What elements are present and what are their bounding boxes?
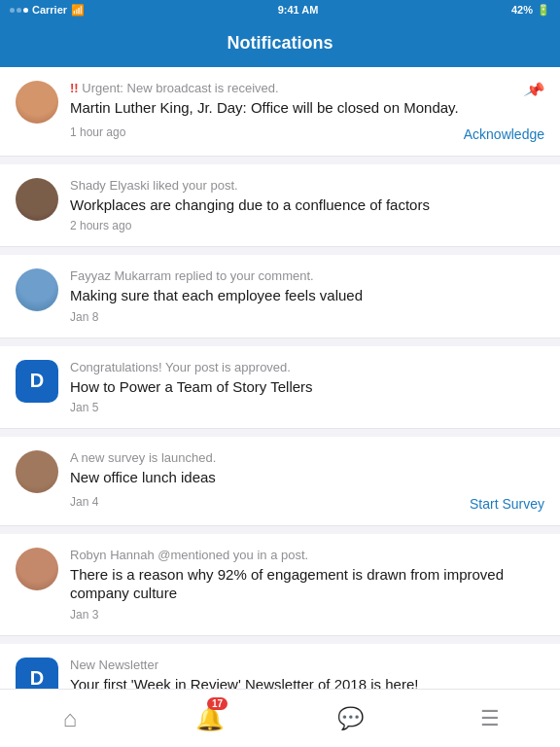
notification-subtitle-3: Fayyaz Mukarram replied to your comment. (70, 268, 544, 283)
bottom-row-1: 1 hour ago Acknowledge (70, 123, 544, 142)
notifications-list[interactable]: !! Urgent: New broadcast is received. Ma… (0, 67, 560, 689)
signal-dots (10, 8, 28, 13)
status-right: 42% 🔋 (511, 4, 550, 17)
notification-title-7: Your first 'Week in Review' Newsletter o… (70, 675, 544, 690)
notification-subtitle-4: Congratulations! Your post is approved. (70, 360, 544, 374)
notification-item-urgent: !! Urgent: New broadcast is received. Ma… (0, 67, 560, 157)
tab-bar: ⌂ 🔔 17 💬 ☰ (0, 689, 560, 747)
notification-item-like: Shady Elyaski liked your post. Workplace… (0, 164, 560, 248)
carrier-label: Carrier (32, 4, 67, 16)
notification-subtitle-text-1: Urgent: New broadcast is received. (82, 81, 278, 95)
notification-title-6: There is a reason why 92% of engagement … (70, 565, 544, 603)
wifi-icon: 📶 (71, 4, 85, 17)
notification-time-6: Jan 3 (70, 608, 544, 622)
notification-time-4: Jan 5 (70, 401, 544, 414)
signal-dot-2 (17, 8, 21, 13)
notification-time-1: 1 hour ago (70, 125, 125, 139)
notification-content-7: New Newsletter Your first 'Week in Revie… (70, 658, 544, 690)
time-display: 9:41 AM (278, 4, 319, 16)
divider-1 (0, 157, 560, 164)
app-icon-1: D (16, 360, 58, 403)
app-icon-2: D (16, 658, 58, 690)
chat-icon: 💬 (337, 706, 364, 731)
avatar-2 (16, 178, 58, 221)
divider-3 (0, 338, 560, 346)
notification-item-survey: A new survey is launched. New office lun… (0, 437, 560, 526)
avatar-6 (16, 548, 58, 590)
notifications-badge: 17 (207, 697, 228, 710)
notification-subtitle-6: Robyn Hannah @mentioned you in a post. (70, 548, 544, 562)
notification-title-5: New office lunch ideas (70, 468, 544, 487)
page-title: Notifications (227, 33, 332, 53)
avatar-5 (16, 450, 58, 493)
avatar-1 (16, 81, 58, 124)
notification-title-3: Making sure that each employee feels val… (70, 286, 544, 305)
menu-icon: ☰ (480, 706, 500, 731)
notification-content-5: A new survey is launched. New office lun… (70, 450, 544, 512)
notification-subtitle-2: Shady Elyaski liked your post. (70, 178, 544, 193)
signal-dot-3 (23, 8, 28, 13)
notification-time-3: Jan 8 (70, 310, 544, 324)
divider-4 (0, 429, 560, 437)
notification-item-newsletter: D New Newsletter Your first 'Week in Rev… (0, 644, 560, 690)
notification-subtitle-7: New Newsletter (70, 658, 544, 672)
battery-icon: 🔋 (537, 4, 550, 17)
home-icon: ⌂ (63, 705, 78, 732)
start-survey-button[interactable]: Start Survey (470, 496, 544, 512)
bottom-row-5: Jan 4 Start Survey (70, 492, 544, 512)
notification-item-comment: Fayyaz Mukarram replied to your comment.… (0, 255, 560, 338)
urgent-tag: !! (70, 81, 79, 95)
notification-item-approved: D Congratulations! Your post is approved… (0, 346, 560, 430)
avatar-3 (16, 268, 58, 311)
notification-time-5: Jan 4 (70, 495, 98, 509)
tab-home[interactable]: ⌂ (0, 690, 140, 747)
tab-chat[interactable]: 💬 (280, 690, 420, 747)
notification-subtitle-5: A new survey is launched. (70, 450, 544, 465)
tab-menu[interactable]: ☰ (420, 690, 560, 747)
notification-content-2: Shady Elyaski liked your post. Workplace… (70, 178, 544, 233)
status-left: Carrier 📶 (10, 4, 85, 17)
tab-notifications[interactable]: 🔔 17 (140, 690, 280, 747)
acknowledge-button[interactable]: Acknowledge (464, 126, 544, 142)
header: Notifications (0, 19, 560, 67)
notification-title-4: How to Power a Team of Story Tellers (70, 377, 544, 397)
battery-label: 42% (511, 4, 533, 16)
notification-subtitle-1: !! Urgent: New broadcast is received. (70, 81, 544, 95)
status-bar: Carrier 📶 9:41 AM 42% 🔋 (0, 0, 560, 19)
notification-time-2: 2 hours ago (70, 219, 544, 232)
divider-5 (0, 526, 560, 534)
divider-6 (0, 636, 560, 644)
notification-content-3: Fayyaz Mukarram replied to your comment.… (70, 268, 544, 324)
notification-content-4: Congratulations! Your post is approved. … (70, 360, 544, 415)
divider-2 (0, 247, 560, 255)
notification-title-1: Martin Luther King, Jr. Day: Office will… (70, 98, 544, 118)
notification-item-mention: Robyn Hannah @mentioned you in a post. T… (0, 534, 560, 636)
notification-title-2: Workplaces are changing due to a conflue… (70, 196, 544, 215)
notification-content-6: Robyn Hannah @mentioned you in a post. T… (70, 548, 544, 622)
signal-dot-1 (10, 8, 15, 13)
notification-content-1: !! Urgent: New broadcast is received. Ma… (70, 81, 544, 142)
